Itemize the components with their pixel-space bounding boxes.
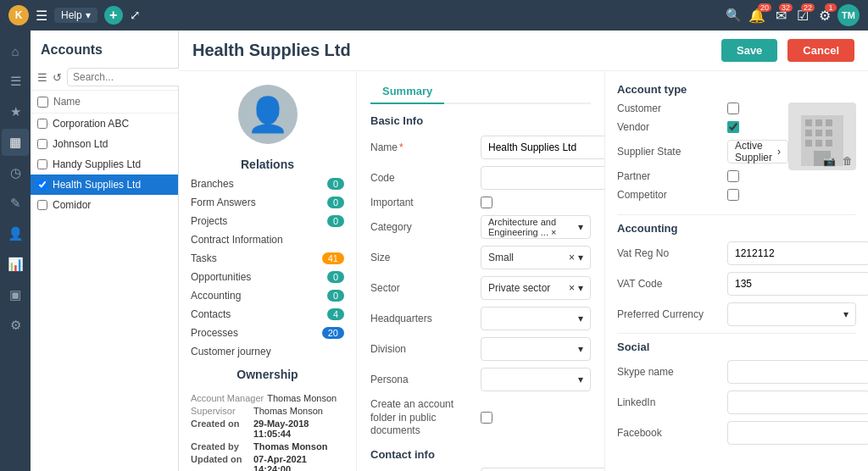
size-clear-icon[interactable]: ×	[569, 252, 575, 263]
divider-2	[617, 333, 856, 334]
name-column-header: Name	[53, 96, 81, 108]
camera-icon[interactable]: 📷	[823, 155, 836, 167]
tab-bar: Summary	[370, 80, 591, 104]
relation-accounting[interactable]: Accounting 0	[179, 286, 356, 305]
account-checkbox[interactable]	[37, 139, 47, 149]
relation-tasks[interactable]: Tasks 41	[179, 249, 356, 268]
sidebar-home-icon[interactable]: ⌂	[2, 37, 29, 64]
help-menu[interactable]: Help ▾	[54, 8, 97, 23]
account-checkbox[interactable]	[37, 159, 47, 169]
messages-icon[interactable]: ✉32	[776, 8, 787, 24]
sector-clear-icon[interactable]: ×	[569, 282, 575, 294]
hamburger-icon[interactable]: ☰	[36, 8, 47, 24]
sector-icons: × ▾	[569, 282, 583, 294]
account-label: Comidor	[53, 199, 91, 211]
vendor-checkbox[interactable]	[727, 121, 739, 133]
tab-summary[interactable]: Summary	[370, 80, 444, 104]
sidebar-person-icon[interactable]: 👤	[2, 220, 29, 247]
list-item[interactable]: Johnson Ltd	[31, 134, 178, 154]
relation-branches[interactable]: Branches 0	[179, 175, 356, 193]
vat-code-label: VAT Code	[617, 278, 727, 290]
sector-label: Sector	[370, 282, 481, 294]
partner-checkbox[interactable]	[727, 170, 739, 182]
relation-label: Processes	[191, 327, 238, 339]
work-phone-input[interactable]	[481, 468, 605, 471]
refresh-icon[interactable]: ↺	[53, 71, 62, 84]
relation-badge: 0	[327, 178, 344, 190]
category-select[interactable]: Architecture and Engineering ... × ▾	[481, 215, 591, 239]
sector-select[interactable]: Private sector × ▾	[481, 276, 591, 300]
user-avatar[interactable]: TM	[837, 4, 860, 26]
skype-input[interactable]	[727, 360, 868, 384]
vat-code-input[interactable]	[727, 272, 868, 296]
account-checkbox[interactable]	[37, 200, 47, 210]
headquarters-row: Headquarters ▾	[370, 307, 591, 330]
relation-contract-info[interactable]: Contract Information	[179, 230, 356, 249]
cancel-button[interactable]: Cancel	[787, 39, 854, 62]
vat-reg-no-input[interactable]	[727, 241, 868, 265]
search-icon[interactable]: 🔍	[726, 8, 742, 23]
persona-select[interactable]: ▾	[481, 368, 591, 391]
list-item[interactable]: Health Supplies Ltd	[31, 175, 178, 195]
customer-label: Customer	[617, 103, 727, 114]
save-button[interactable]: Save	[721, 39, 777, 62]
notifications-bell[interactable]: 🔔20	[748, 8, 765, 24]
expand-icon[interactable]: ⤢	[130, 8, 141, 23]
delete-icon[interactable]: 🗑	[843, 155, 853, 167]
sidebar-grid-icon[interactable]: ▦	[2, 129, 29, 156]
list-item[interactable]: Corporation ABC	[31, 114, 178, 134]
account-label: Handy Supplies Ltd	[53, 158, 141, 170]
account-checkbox[interactable]	[37, 119, 47, 129]
size-select[interactable]: Small × ▾	[481, 246, 591, 269]
sidebar-chart-icon[interactable]: 📊	[2, 251, 29, 278]
name-input[interactable]	[481, 136, 605, 159]
sidebar-star-icon[interactable]: ★	[2, 98, 29, 125]
sidebar-edit-icon[interactable]: ✎	[2, 190, 29, 217]
app-logo[interactable]: K	[8, 5, 29, 25]
ownership-row: Created on 29-May-2018 11:05:44	[191, 418, 344, 439]
relation-contacts[interactable]: Contacts 4	[179, 305, 356, 324]
sidebar-clock-icon[interactable]: ◷	[2, 159, 29, 186]
supplier-state-row: Supplier State Active Supplier ›	[617, 140, 788, 163]
list-view-icon[interactable]: ☰	[37, 71, 47, 84]
ownership-key: Created by	[191, 441, 250, 452]
center-panel: Summary Basic Info Name* Code Important	[357, 71, 605, 471]
linkedin-input[interactable]	[727, 391, 868, 414]
alerts-icon[interactable]: ⚙1	[819, 8, 831, 24]
building-image: 📷 🗑	[788, 103, 856, 170]
important-checkbox[interactable]	[481, 197, 492, 208]
relation-opportunities[interactable]: Opportunities 0	[179, 268, 356, 286]
sidebar-puzzle-icon[interactable]: ⚙	[2, 312, 29, 339]
preferred-currency-select[interactable]: ▾	[727, 302, 856, 326]
accounts-toolbar: ☰ ↺	[31, 64, 178, 91]
tasks-icon[interactable]: ☑22	[797, 8, 809, 24]
supplier-state-select[interactable]: Active Supplier ›	[727, 140, 788, 163]
competitor-checkbox[interactable]	[727, 189, 739, 201]
sector-row: Sector Private sector × ▾	[370, 276, 591, 300]
folder-row: Create an account folder in public docum…	[370, 398, 591, 438]
list-item[interactable]: Handy Supplies Ltd	[31, 154, 178, 175]
customer-checkbox[interactable]	[727, 103, 739, 114]
relation-projects[interactable]: Projects 0	[179, 212, 356, 230]
sidebar-box-icon[interactable]: ▣	[2, 281, 29, 308]
relation-label: Contacts	[191, 308, 231, 320]
select-all-checkbox[interactable]	[37, 97, 48, 108]
add-button[interactable]: +	[104, 6, 123, 25]
account-checkbox[interactable]	[37, 180, 47, 190]
division-select[interactable]: ▾	[481, 337, 591, 361]
list-item[interactable]: Comidor	[31, 195, 178, 215]
preferred-currency-label: Preferred Currency	[617, 308, 727, 320]
relation-processes[interactable]: Processes 20	[179, 324, 356, 342]
ownership-section: Account Manager Thomas Monson Supervisor…	[179, 386, 356, 471]
code-input[interactable]	[481, 166, 605, 190]
relation-badge: 0	[327, 290, 344, 302]
headquarters-select[interactable]: ▾	[481, 307, 591, 330]
facebook-input[interactable]	[727, 421, 868, 445]
relation-customer-journey[interactable]: Customer journey	[179, 342, 356, 361]
accounts-title: Accounts	[31, 30, 178, 64]
relation-form-answers[interactable]: Form Answers 0	[179, 193, 356, 212]
folder-checkbox[interactable]	[481, 412, 492, 424]
accounts-panel: Accounts ☰ ↺ Name Corporation ABC Johnso…	[31, 30, 179, 471]
sidebar-list-icon[interactable]: ☰	[2, 68, 29, 95]
relation-badge: 20	[322, 327, 344, 339]
